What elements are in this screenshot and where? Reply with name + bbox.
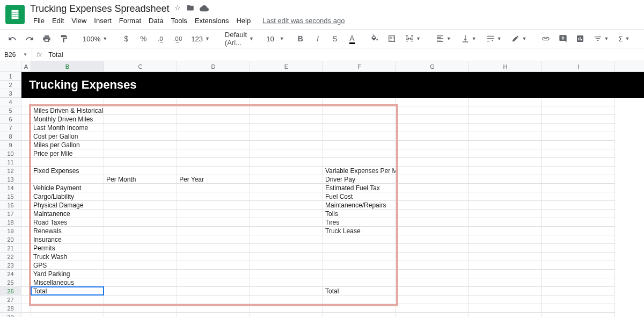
row-header-5[interactable]: 5 bbox=[0, 106, 21, 115]
cell-I12[interactable] bbox=[542, 167, 615, 175]
cell-E12[interactable] bbox=[250, 167, 323, 175]
cell-F29[interactable] bbox=[323, 313, 396, 317]
cell-F17[interactable]: Tolls bbox=[323, 210, 396, 218]
cell-G18[interactable] bbox=[396, 218, 469, 227]
cell-H27[interactable] bbox=[469, 296, 542, 304]
cell-H25[interactable] bbox=[469, 278, 542, 287]
cell-B21[interactable]: Permits bbox=[31, 244, 104, 253]
cell-D11[interactable] bbox=[177, 158, 250, 167]
row-header-19[interactable]: 19 bbox=[0, 227, 21, 235]
doc-title[interactable]: Trucking Expenses Spreadsheet bbox=[30, 3, 169, 15]
cell-A16[interactable] bbox=[21, 201, 31, 210]
row-header-6[interactable]: 6 bbox=[0, 115, 21, 124]
menu-file[interactable]: File bbox=[30, 16, 48, 26]
cell-G6[interactable] bbox=[396, 115, 469, 124]
cell-E6[interactable] bbox=[250, 115, 323, 124]
redo-button[interactable] bbox=[23, 32, 36, 46]
cell-G25[interactable] bbox=[396, 278, 469, 287]
cell-B8[interactable]: Cost per Gallon bbox=[31, 132, 104, 141]
row-header-8[interactable]: 8 bbox=[0, 132, 21, 141]
cell-G23[interactable] bbox=[396, 261, 469, 270]
row-header-9[interactable]: 9 bbox=[0, 141, 21, 149]
cell-B27[interactable] bbox=[31, 296, 104, 304]
cell-A6[interactable] bbox=[21, 115, 31, 124]
cell-I13[interactable] bbox=[542, 175, 615, 184]
cell-I16[interactable] bbox=[542, 201, 615, 210]
percent-button[interactable]: % bbox=[136, 32, 150, 46]
cell-A17[interactable] bbox=[21, 210, 31, 218]
cell-F11[interactable] bbox=[323, 158, 396, 167]
cell-A12[interactable] bbox=[21, 167, 31, 175]
menu-extensions[interactable]: Extensions bbox=[192, 16, 232, 26]
cell-A25[interactable] bbox=[21, 278, 31, 287]
cell-D25[interactable] bbox=[177, 278, 250, 287]
cell-C15[interactable] bbox=[104, 192, 177, 201]
row-header-28[interactable]: 28 bbox=[0, 304, 21, 313]
cell-G22[interactable] bbox=[396, 253, 469, 261]
cell-G29[interactable] bbox=[396, 313, 469, 317]
cell-C24[interactable] bbox=[104, 270, 177, 278]
cell-B23[interactable]: GPS bbox=[31, 261, 104, 270]
cell-D10[interactable] bbox=[177, 149, 250, 158]
cell-I20[interactable] bbox=[542, 235, 615, 244]
row-header-22[interactable]: 22 bbox=[0, 253, 21, 261]
format-123-button[interactable]: 123▼ bbox=[188, 32, 213, 46]
row-header-2[interactable]: 2 bbox=[0, 81, 21, 89]
cell-I17[interactable] bbox=[542, 210, 615, 218]
cell-D21[interactable] bbox=[177, 244, 250, 253]
col-header-H[interactable]: H bbox=[469, 61, 542, 71]
menu-help[interactable]: Help bbox=[233, 16, 254, 26]
cell-D27[interactable] bbox=[177, 296, 250, 304]
cell-H11[interactable] bbox=[469, 158, 542, 167]
row-header-21[interactable]: 21 bbox=[0, 244, 21, 253]
paint-format-button[interactable] bbox=[57, 32, 71, 46]
cell-B9[interactable]: Miles per Gallon bbox=[31, 141, 104, 149]
cell-D12[interactable] bbox=[177, 167, 250, 175]
cell-G15[interactable] bbox=[396, 192, 469, 201]
cell-E17[interactable] bbox=[250, 210, 323, 218]
link-button[interactable] bbox=[539, 32, 553, 46]
cell-D17[interactable] bbox=[177, 210, 250, 218]
cell-B22[interactable]: Truck Wash bbox=[31, 253, 104, 261]
cell-E26[interactable] bbox=[250, 287, 323, 296]
cell-I21[interactable] bbox=[542, 244, 615, 253]
cell-D19[interactable] bbox=[177, 227, 250, 235]
cell-E24[interactable] bbox=[250, 270, 323, 278]
cell-I28[interactable] bbox=[542, 304, 615, 313]
cell-F12[interactable]: Variable Expenses Per Mile bbox=[323, 167, 396, 175]
row-header-24[interactable]: 24 bbox=[0, 270, 21, 278]
menu-format[interactable]: Format bbox=[116, 16, 144, 26]
cell-H24[interactable] bbox=[469, 270, 542, 278]
cell-H10[interactable] bbox=[469, 149, 542, 158]
cell-A19[interactable] bbox=[21, 227, 31, 235]
cell-B11[interactable] bbox=[31, 158, 104, 167]
cell-I8[interactable] bbox=[542, 132, 615, 141]
cell-D5[interactable] bbox=[177, 106, 250, 115]
cell-A11[interactable] bbox=[21, 158, 31, 167]
cell-E10[interactable] bbox=[250, 149, 323, 158]
cell-I14[interactable] bbox=[542, 184, 615, 192]
cell-B12[interactable]: Fixed Expenses bbox=[31, 167, 104, 175]
cell-E28[interactable] bbox=[250, 304, 323, 313]
cell-C22[interactable] bbox=[104, 253, 177, 261]
cell-C6[interactable] bbox=[104, 115, 177, 124]
decrease-decimal-button[interactable]: .0̲ bbox=[153, 32, 167, 46]
cell-B29[interactable] bbox=[31, 313, 104, 317]
cell-C5[interactable] bbox=[104, 106, 177, 115]
cell-I7[interactable] bbox=[542, 124, 615, 132]
cell-B24[interactable]: Yard Parking bbox=[31, 270, 104, 278]
cell-D7[interactable] bbox=[177, 124, 250, 132]
cell-C18[interactable] bbox=[104, 218, 177, 227]
cell-I18[interactable] bbox=[542, 218, 615, 227]
select-all-corner[interactable] bbox=[0, 61, 21, 71]
cell-A22[interactable] bbox=[21, 253, 31, 261]
cell-E11[interactable] bbox=[250, 158, 323, 167]
cell-I5[interactable] bbox=[542, 106, 615, 115]
font-select[interactable]: Default (Ari...▼ bbox=[222, 32, 257, 46]
rotate-button[interactable]: ▼ bbox=[508, 32, 530, 46]
row-header-7[interactable]: 7 bbox=[0, 124, 21, 132]
cell-D15[interactable] bbox=[177, 192, 250, 201]
chart-button[interactable] bbox=[573, 32, 587, 46]
cell-H28[interactable] bbox=[469, 304, 542, 313]
cell-G21[interactable] bbox=[396, 244, 469, 253]
